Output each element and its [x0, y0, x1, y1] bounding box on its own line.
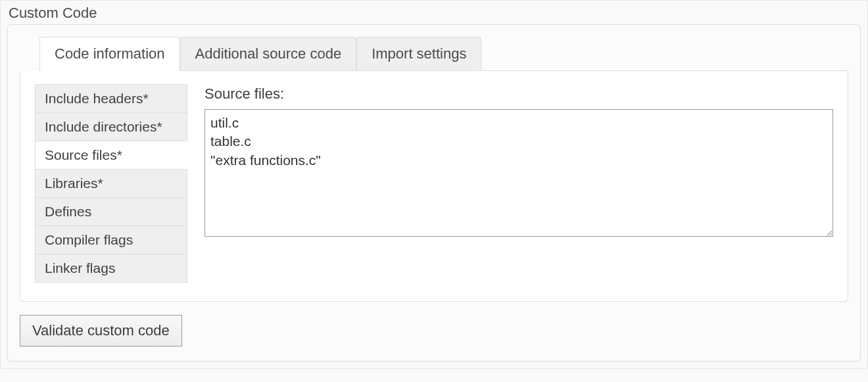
source-files-label: Source files:	[205, 85, 833, 103]
validate-custom-code-button[interactable]: Validate custom code	[20, 315, 182, 346]
side-tab-include-headers[interactable]: Include headers*	[35, 84, 187, 112]
panel-body: Code information Additional source code …	[7, 24, 861, 362]
side-tab-compiler-flags[interactable]: Compiler flags	[35, 226, 187, 254]
tab-additional-source-code[interactable]: Additional source code	[180, 37, 357, 70]
custom-code-panel: Custom Code Code information Additional …	[0, 0, 868, 369]
side-tab-defines[interactable]: Defines	[35, 197, 187, 226]
side-tab-source-files[interactable]: Source files*	[35, 141, 187, 169]
side-tab-include-directories[interactable]: Include directories*	[35, 112, 187, 141]
content-box: Include headers* Include directories* So…	[20, 71, 848, 302]
tab-import-settings[interactable]: Import settings	[356, 37, 481, 70]
source-files-input[interactable]	[205, 109, 833, 237]
tab-code-information[interactable]: Code information	[39, 37, 180, 71]
side-tab-libraries[interactable]: Libraries*	[35, 169, 187, 197]
side-tab-linker-flags[interactable]: Linker flags	[35, 254, 187, 283]
panel-title: Custom Code	[7, 5, 861, 22]
right-pane: Source files:	[205, 84, 833, 283]
top-tabs: Code information Additional source code …	[39, 37, 848, 71]
side-tabs: Include headers* Include directories* So…	[35, 84, 187, 283]
